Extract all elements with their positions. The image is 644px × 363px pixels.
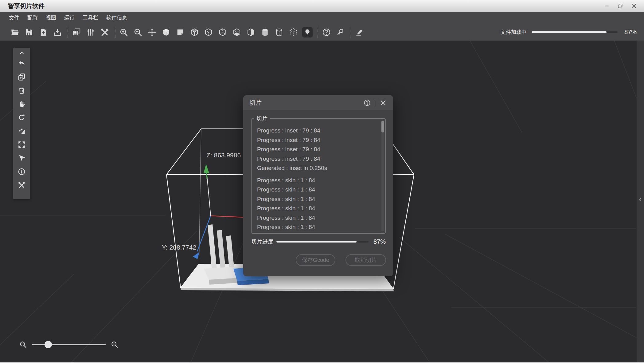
undo-arrow-icon [18,59,26,68]
log-group-title: 切片 [254,115,270,122]
close-button[interactable] [627,0,640,12]
cube-bottom-face-icon [232,28,241,37]
view-wireframe-2-button[interactable] [217,27,228,37]
dialog-header[interactable]: 切片 [243,95,393,110]
undo-button[interactable] [16,58,27,69]
expand-arrows-icon [18,140,26,149]
restore-button[interactable] [613,0,627,12]
view-open-box-button[interactable] [189,27,200,37]
import-model-button[interactable] [38,27,49,37]
file-loading-percent: 87% [623,29,637,36]
slice-log-list[interactable]: Progress : inset : 79 : 84 Progress : in… [252,119,385,233]
log-line: Progress : inset : 79 : 84 [257,154,377,164]
blade-button[interactable] [354,27,365,37]
dialog-help-icon[interactable] [363,99,371,107]
crossed-tools-icon [18,181,26,189]
repair-button[interactable] [16,180,27,190]
dialog-title: 切片 [249,99,262,107]
rotate-arrow-icon [18,113,26,122]
save-gcode-button[interactable]: 保存Gcode [296,254,335,266]
toolbar-separator [115,27,115,38]
duplicate-button[interactable] [16,72,27,82]
half-cube-icon [246,28,256,37]
zoom-in-button[interactable] [119,27,129,37]
view-cylinder-wire-button[interactable] [274,27,284,37]
hand-icon [18,100,26,108]
zoom-out-icon [133,28,142,37]
cylinder-wireframe-icon [275,28,284,37]
cancel-slice-button[interactable]: 取消切片 [345,254,386,266]
restore-icon [617,3,623,9]
fit-view-button[interactable] [16,139,27,150]
license-key-button[interactable] [335,27,346,37]
log-scrollbar-thumb[interactable] [381,121,384,132]
export-download-icon [53,28,62,37]
light-toggle-button[interactable] [302,27,313,37]
select-button[interactable] [16,153,27,163]
viewport-3d[interactable]: Z: 863.9986 Y: 208.7742 [0,41,644,363]
log-line: Progress : skin : 1 : 84 [257,232,377,234]
view-wireframe-button[interactable] [203,27,214,37]
view-cutaway-button[interactable] [246,27,256,37]
toolbar-separator [318,27,318,38]
wrench-screwdriver-icon [100,28,109,37]
machine-panel-button[interactable] [71,27,82,37]
open-file-button[interactable] [10,27,20,37]
mirror-button[interactable] [16,126,27,136]
zoom-slider-handle[interactable] [45,341,52,348]
toolbar-separator [351,27,351,38]
log-scrollbar[interactable] [381,120,384,231]
light-bulb-icon [303,28,312,37]
file-loading-status: 文件加载中 87% [501,29,644,36]
help-button[interactable] [321,27,332,37]
cursor-arrow-icon [18,154,26,162]
expand-panel-chevron-icon[interactable] [637,196,643,202]
log-line: Progress : skin : 1 : 84 [257,176,377,185]
zoom-in-icon [119,28,128,37]
zoom-out-button[interactable] [133,27,143,37]
dashed-cube-icon [204,28,213,37]
dialog-close-icon[interactable] [379,99,387,107]
pan-button[interactable] [16,99,27,109]
parameter-settings-button[interactable] [85,27,96,37]
collapse-panel-button[interactable] [16,49,27,56]
open-cube-icon [190,28,199,37]
menu-about[interactable]: 软件信息 [102,12,131,24]
menu-run[interactable]: 运行 [60,12,79,24]
model-info-button[interactable] [16,166,27,177]
view-solid-button[interactable] [161,27,171,37]
dialog-header-buttons [363,99,387,107]
menu-config[interactable]: 配置 [23,12,42,24]
titlebar[interactable]: 智享切片软件 [0,0,644,12]
menu-file[interactable]: 文件 [5,12,23,24]
knife-blade-icon [355,28,364,37]
menu-view[interactable]: 视图 [42,12,60,24]
help-circle-icon [322,28,331,37]
minimize-button[interactable] [600,0,613,12]
log-line: Progress : inset : 79 : 84 [257,145,377,154]
zoom-out-icon[interactable] [19,341,27,349]
open-folder-icon [10,28,20,37]
rotate-button[interactable] [16,112,27,123]
slice-progressbar [276,241,369,243]
trash-icon [18,86,26,95]
view-cylinder-button[interactable] [260,27,270,37]
move-view-button[interactable] [147,27,157,37]
tools-button[interactable] [100,27,110,37]
view-surface-button[interactable] [175,27,185,37]
zoom-slider[interactable] [32,344,106,345]
point-cloud-cube-icon [289,28,298,37]
view-bottom-face-button[interactable] [232,27,242,37]
log-line: Progress : skin : 1 : 84 [257,213,377,223]
view-point-cloud-button[interactable] [288,27,299,37]
delete-button[interactable] [16,85,27,96]
window-title: 智享切片软件 [8,2,45,10]
file-loading-progressbar [532,31,618,33]
app-window: 智享切片软件 文件 配置 视图 运行 工具栏 软件信息 [0,0,644,363]
zoom-in-icon[interactable] [111,341,119,349]
menu-toolbar[interactable]: 工具栏 [79,12,102,24]
export-gcode-button[interactable] [52,27,63,37]
y-axis-label: Y: 208.7742 [162,244,196,251]
slice-progress-label: 切片进度 [251,238,275,245]
save-file-button[interactable] [24,27,34,37]
